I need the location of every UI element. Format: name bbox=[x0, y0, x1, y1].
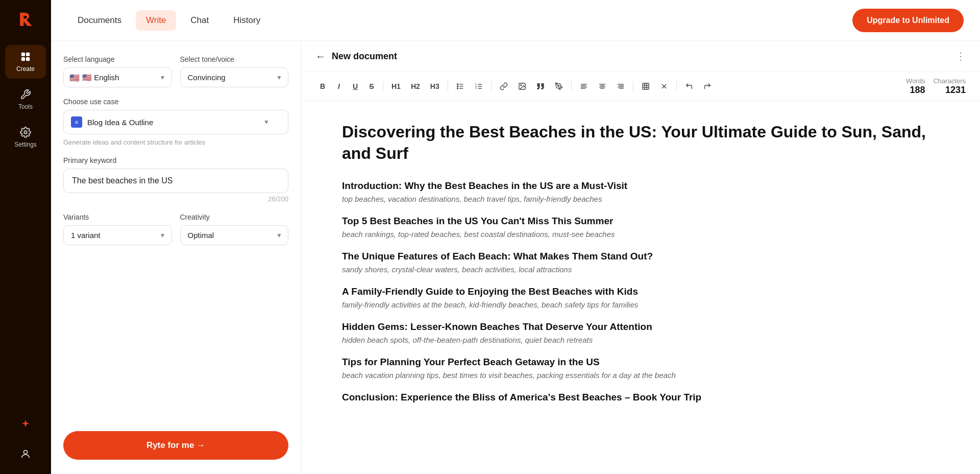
section-5: Tips for Planning Your Perfect Beach Get… bbox=[342, 357, 939, 380]
sidebar-item-sparkle[interactable] bbox=[5, 413, 46, 436]
app-logo[interactable] bbox=[13, 8, 38, 33]
editor-title-row: ← New document bbox=[315, 51, 397, 62]
toolbar-align-left[interactable] bbox=[576, 79, 592, 93]
svg-text:3.: 3. bbox=[475, 87, 477, 89]
sidebar-bottom bbox=[5, 413, 46, 466]
ryte-button[interactable]: Ryte for me → bbox=[63, 431, 288, 460]
editor-area: ← New document ⋮ B I U S H1 H2 H3 bbox=[301, 41, 980, 474]
section-5-heading: Tips for Planning Your Perfect Beach Get… bbox=[342, 357, 939, 368]
section-0-heading: Introduction: Why the Best Beaches in th… bbox=[342, 180, 939, 192]
toolbar-strikethrough[interactable]: S bbox=[364, 79, 379, 93]
toolbar-align-center[interactable] bbox=[594, 79, 610, 93]
creativity-select[interactable]: Optimal Low High bbox=[180, 225, 289, 245]
toolbar-link[interactable] bbox=[496, 79, 512, 93]
section-1-keywords: beach rankings, top-rated beaches, best … bbox=[342, 230, 939, 239]
sidebar: Create Tools Settings bbox=[0, 0, 51, 474]
toolbar-bold[interactable]: B bbox=[315, 79, 330, 93]
toolbar-quote[interactable] bbox=[532, 79, 549, 93]
panel-spacer bbox=[63, 255, 288, 421]
nav-documents[interactable]: Documents bbox=[67, 10, 132, 31]
word-count-area: Words 188 Characters 1231 bbox=[906, 77, 966, 96]
svg-rect-2 bbox=[21, 57, 25, 61]
toolbar-h2[interactable]: H2 bbox=[407, 79, 424, 93]
content-area: Select language 🇺🇸 English 🇪🇸 Spanish 🇫🇷… bbox=[51, 41, 980, 474]
use-case-hint: Generate ideas and content structure for… bbox=[63, 138, 288, 146]
svg-point-9 bbox=[457, 84, 458, 85]
use-case-chevron-icon: ▼ bbox=[263, 118, 270, 126]
creativity-col: Creativity Optimal Low High ▼ bbox=[180, 213, 289, 245]
language-label: Select language bbox=[63, 55, 172, 63]
editor-menu-icon[interactable]: ⋮ bbox=[955, 50, 966, 62]
toolbar-highlight[interactable] bbox=[551, 79, 567, 93]
main-wrapper: Documents Write Chat History Upgrade to … bbox=[51, 0, 980, 474]
section-4: Hidden Gems: Lesser-Known Beaches That D… bbox=[342, 321, 939, 344]
tone-col: Select tone/voice Convincing Informative… bbox=[180, 55, 289, 87]
language-select[interactable]: 🇺🇸 English 🇪🇸 Spanish 🇫🇷 French bbox=[63, 67, 172, 87]
section-6: Conclusion: Experience the Bliss of Amer… bbox=[342, 392, 939, 403]
toolbar-h1[interactable]: H1 bbox=[387, 79, 405, 93]
toolbar-sep1 bbox=[383, 81, 383, 91]
section-2-keywords: sandy shores, crystal-clear waters, beac… bbox=[342, 265, 939, 274]
variants-creativity-row: Variants 1 variant 2 variants 3 variants… bbox=[63, 213, 288, 245]
toolbar: B I U S H1 H2 H3 1.2.3. bbox=[301, 72, 980, 101]
toolbar-sep2 bbox=[448, 81, 448, 91]
section-3-heading: A Family-Friendly Guide to Enjoying the … bbox=[342, 286, 939, 297]
nav-links: Documents Write Chat History bbox=[67, 10, 852, 31]
toolbar-align-right[interactable] bbox=[612, 79, 629, 93]
language-dropdown-wrapper: 🇺🇸 English 🇪🇸 Spanish 🇫🇷 French ▼ 🇺🇸 bbox=[63, 67, 172, 87]
variants-dropdown-wrapper: 1 variant 2 variants 3 variants ▼ bbox=[63, 225, 172, 245]
use-case-dropdown[interactable]: ≡ Blog Idea & Outline ▼ bbox=[63, 110, 288, 134]
toolbar-underline[interactable]: U bbox=[348, 79, 362, 93]
section-5-keywords: beach vacation planning tips, best times… bbox=[342, 371, 939, 380]
toolbar-image[interactable] bbox=[514, 79, 530, 93]
variants-select[interactable]: 1 variant 2 variants 3 variants bbox=[63, 225, 172, 245]
keyword-char-count: 26/200 bbox=[63, 195, 288, 203]
svg-rect-3 bbox=[26, 57, 30, 61]
sidebar-item-tools[interactable]: Tools bbox=[5, 83, 46, 116]
left-panel: Select language 🇺🇸 English 🇪🇸 Spanish 🇫🇷… bbox=[51, 41, 301, 474]
tone-label: Select tone/voice bbox=[180, 55, 289, 63]
toolbar-h3[interactable]: H3 bbox=[426, 79, 444, 93]
creativity-dropdown-wrapper: Optimal Low High ▼ bbox=[180, 225, 289, 245]
svg-point-11 bbox=[457, 88, 458, 89]
toolbar-table[interactable] bbox=[638, 79, 654, 93]
chars-label: Characters bbox=[933, 77, 966, 85]
words-label: Words bbox=[906, 77, 925, 85]
section-0: Introduction: Why the Best Beaches in th… bbox=[342, 180, 939, 203]
svg-rect-0 bbox=[21, 53, 25, 56]
words-value: 188 bbox=[910, 85, 925, 96]
nav-history[interactable]: History bbox=[223, 10, 271, 31]
svg-rect-1 bbox=[26, 53, 30, 56]
nav-write[interactable]: Write bbox=[136, 10, 176, 31]
section-4-heading: Hidden Gems: Lesser-Known Beaches That D… bbox=[342, 321, 939, 333]
editor-content[interactable]: Discovering the Best Beaches in the US: … bbox=[301, 101, 980, 474]
use-case-label: Choose use case bbox=[63, 98, 288, 106]
section-3-keywords: family-friendly activities at the beach,… bbox=[342, 300, 939, 309]
sidebar-item-avatar[interactable] bbox=[5, 442, 46, 466]
keyword-input[interactable] bbox=[63, 169, 288, 193]
back-button[interactable]: ← bbox=[315, 51, 326, 62]
sidebar-item-create[interactable]: Create bbox=[5, 45, 46, 79]
section-4-keywords: hidden beach spots, off-the-beaten-path … bbox=[342, 336, 939, 344]
sidebar-item-settings[interactable]: Settings bbox=[5, 121, 46, 154]
sidebar-item-create-label: Create bbox=[16, 65, 35, 73]
tone-dropdown-wrapper: Convincing Informative Casual ▼ bbox=[180, 67, 289, 87]
toolbar-sep5 bbox=[633, 81, 633, 91]
editor-title: New document bbox=[332, 51, 397, 62]
svg-point-19 bbox=[520, 85, 521, 86]
toolbar-clear[interactable] bbox=[656, 79, 672, 93]
sidebar-item-settings-label: Settings bbox=[14, 141, 36, 148]
creativity-label: Creativity bbox=[180, 213, 289, 221]
toolbar-ol[interactable]: 1.2.3. bbox=[471, 79, 487, 93]
toolbar-italic[interactable]: I bbox=[332, 79, 346, 93]
toolbar-redo[interactable] bbox=[699, 79, 716, 93]
variants-label: Variants bbox=[63, 213, 172, 221]
section-1: Top 5 Best Beaches in the US You Can't M… bbox=[342, 216, 939, 239]
svg-point-5 bbox=[23, 451, 27, 454]
use-case-section: Choose use case ≡ Blog Idea & Outline ▼ … bbox=[63, 98, 288, 146]
toolbar-ul[interactable] bbox=[452, 79, 469, 93]
nav-chat[interactable]: Chat bbox=[180, 10, 219, 31]
tone-select[interactable]: Convincing Informative Casual bbox=[180, 67, 289, 87]
upgrade-button[interactable]: Upgrade to Unlimited bbox=[852, 9, 964, 32]
toolbar-undo[interactable] bbox=[681, 79, 697, 93]
